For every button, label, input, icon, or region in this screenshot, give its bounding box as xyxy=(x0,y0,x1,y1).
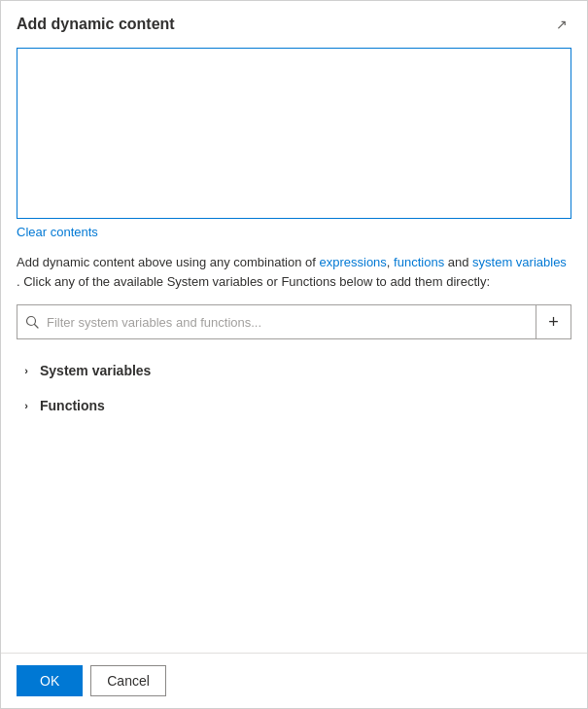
expressions-link[interactable]: expressions xyxy=(319,255,386,269)
system-variables-section: › System variables xyxy=(17,355,571,386)
functions-link[interactable]: functions xyxy=(394,255,444,269)
dynamic-content-textarea[interactable] xyxy=(17,49,571,214)
functions-header[interactable]: › Functions xyxy=(17,390,571,421)
textarea-wrapper xyxy=(17,48,571,219)
system-variables-chevron-icon: › xyxy=(17,361,36,380)
dialog-body: Clear contents Add dynamic content above… xyxy=(1,44,587,653)
dialog-footer: OK Cancel xyxy=(1,653,587,708)
expand-icon[interactable]: ↗ xyxy=(552,15,571,34)
filter-row: + xyxy=(17,304,571,339)
add-button[interactable]: + xyxy=(536,305,571,338)
system-variables-link[interactable]: system variables xyxy=(472,255,567,269)
functions-chevron-icon: › xyxy=(17,396,36,415)
system-variables-header[interactable]: › System variables xyxy=(17,355,571,386)
cancel-button[interactable]: Cancel xyxy=(90,665,166,696)
description-text: Add dynamic content above using any comb… xyxy=(17,253,571,291)
functions-section: › Functions xyxy=(17,390,571,421)
ok-button[interactable]: OK xyxy=(17,665,83,696)
dialog-title: Add dynamic content xyxy=(17,16,175,33)
search-icon xyxy=(17,315,47,329)
filter-input[interactable] xyxy=(47,315,536,330)
svg-line-1 xyxy=(35,325,39,329)
dialog-header: Add dynamic content ↗ xyxy=(1,1,587,44)
functions-label: Functions xyxy=(40,398,105,413)
system-variables-label: System variables xyxy=(40,363,151,378)
clear-contents-link[interactable]: Clear contents xyxy=(17,225,571,239)
